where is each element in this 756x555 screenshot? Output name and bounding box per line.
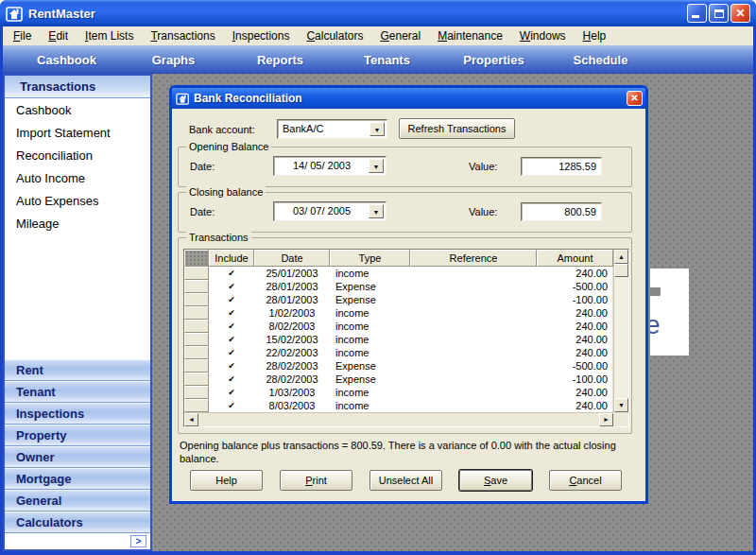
sidebar-expand-button[interactable]: > bbox=[130, 535, 146, 547]
include-checkbox[interactable]: ✔ bbox=[209, 293, 254, 306]
table-row[interactable]: ✔28/01/2003Expense-100.00 bbox=[184, 293, 613, 306]
scroll-up-icon[interactable]: ▲ bbox=[614, 250, 628, 264]
include-checkbox[interactable]: ✔ bbox=[209, 280, 254, 293]
save-button[interactable]: Save bbox=[459, 470, 532, 491]
nav-item-tenants[interactable]: Tenants bbox=[334, 53, 440, 67]
dialog-close-button[interactable]: ✕ bbox=[627, 91, 643, 106]
menu-item-maintenance[interactable]: Maintenance bbox=[429, 27, 511, 44]
menu-item-windows[interactable]: Windows bbox=[511, 27, 575, 44]
nav-item-reports[interactable]: Reports bbox=[227, 53, 334, 67]
row-indicator[interactable] bbox=[184, 386, 209, 399]
vertical-scrollbar[interactable]: ▲ ▼ bbox=[613, 250, 628, 412]
sidebar-section-transactions[interactable]: Transactions bbox=[5, 76, 150, 98]
scroll-right-icon[interactable]: ► bbox=[599, 413, 613, 426]
row-indicator[interactable] bbox=[184, 399, 209, 412]
table-row[interactable]: ✔28/02/2003Expense-500.00 bbox=[184, 359, 613, 373]
row-indicator[interactable] bbox=[184, 333, 209, 346]
scroll-down-icon[interactable]: ▼ bbox=[614, 398, 628, 412]
nav-item-cashbook[interactable]: Cashbook bbox=[13, 53, 120, 67]
column-header-date[interactable]: Date bbox=[254, 250, 330, 267]
table-row[interactable]: ✔1/02/2003income240.00 bbox=[184, 306, 613, 320]
table-row[interactable]: ✔8/03/2003income240.00 bbox=[184, 399, 613, 412]
column-header-type[interactable]: Type bbox=[330, 250, 410, 267]
sidebar-item-mileage[interactable]: Mileage bbox=[5, 212, 150, 234]
unselect-all-button[interactable]: Unselect All bbox=[369, 470, 442, 491]
row-indicator[interactable] bbox=[184, 346, 209, 359]
sidebar-section-mortgage[interactable]: Mortgage bbox=[5, 468, 150, 490]
cell-amount: 240.00 bbox=[537, 267, 613, 280]
menu-item-file[interactable]: File bbox=[5, 27, 40, 44]
column-header-amount[interactable]: Amount bbox=[537, 250, 613, 267]
sidebar-item-auto-expenses[interactable]: Auto Expenses bbox=[5, 189, 150, 212]
row-indicator[interactable] bbox=[184, 306, 209, 320]
table-row[interactable]: ✔28/01/2003Expense-500.00 bbox=[184, 280, 613, 293]
print-button[interactable]: Print bbox=[280, 470, 352, 491]
sidebar-section-general[interactable]: General bbox=[5, 490, 150, 512]
sidebar-section-property[interactable]: Property bbox=[5, 425, 150, 446]
row-indicator[interactable] bbox=[184, 293, 209, 306]
row-indicator[interactable] bbox=[184, 280, 209, 293]
cell-type: income bbox=[330, 333, 410, 346]
sidebar-item-cashbook[interactable]: Cashbook bbox=[5, 98, 150, 121]
opening-value-input[interactable]: 1285.59 bbox=[521, 157, 602, 176]
row-indicator[interactable] bbox=[184, 320, 209, 333]
sidebar-item-auto-income[interactable]: Auto Income bbox=[5, 166, 150, 189]
table-row[interactable]: ✔8/02/2003income240.00 bbox=[184, 320, 613, 333]
include-checkbox[interactable]: ✔ bbox=[209, 333, 254, 346]
menu-item-inspections[interactable]: Inspections bbox=[224, 27, 299, 44]
menu-item-item-lists[interactable]: Item Lists bbox=[77, 27, 142, 44]
include-checkbox[interactable]: ✔ bbox=[209, 267, 254, 280]
table-row[interactable]: ✔22/02/2003income240.00 bbox=[184, 346, 613, 359]
menu-item-general[interactable]: General bbox=[371, 27, 429, 44]
vertical-scroll-thumb[interactable] bbox=[614, 264, 628, 277]
transactions-grid: Include Date Type Reference Amount ✔25/0… bbox=[183, 249, 629, 427]
sidebar-section-inspections[interactable]: Inspections bbox=[5, 403, 150, 425]
table-row[interactable]: ✔28/02/2003Expense-100.00 bbox=[184, 373, 613, 386]
nav-item-schedule[interactable]: Schedule bbox=[547, 53, 654, 67]
table-row[interactable]: ✔25/01/2003income240.00 bbox=[184, 267, 613, 280]
include-checkbox[interactable]: ✔ bbox=[209, 320, 254, 333]
menu-item-edit[interactable]: Edit bbox=[40, 27, 77, 44]
sidebar-item-reconciliation[interactable]: Reconciliation bbox=[5, 144, 150, 166]
menu-item-help[interactable]: Help bbox=[575, 27, 615, 44]
closing-date-select[interactable]: 03/ 07/ 2005 ▼ bbox=[273, 201, 387, 221]
cancel-button[interactable]: Cancel bbox=[549, 470, 622, 491]
close-button[interactable]: ✕ bbox=[730, 4, 750, 23]
sidebar-section-rent[interactable]: Rent bbox=[5, 359, 150, 381]
horizontal-scrollbar[interactable]: ◄ ► bbox=[184, 412, 613, 426]
refresh-transactions-button[interactable]: Refresh Transactions bbox=[399, 118, 515, 139]
dropdown-arrow-icon[interactable]: ▼ bbox=[369, 122, 385, 136]
include-checkbox[interactable]: ✔ bbox=[209, 386, 254, 399]
menu-item-calculators[interactable]: Calculators bbox=[298, 27, 371, 44]
include-checkbox[interactable]: ✔ bbox=[209, 373, 254, 386]
sidebar-item-import-statement[interactable]: Import Statement bbox=[5, 121, 150, 144]
include-checkbox[interactable]: ✔ bbox=[209, 399, 254, 412]
sidebar-section-owner[interactable]: Owner bbox=[5, 446, 150, 468]
include-checkbox[interactable]: ✔ bbox=[209, 359, 254, 373]
help-button[interactable]: Help bbox=[190, 470, 263, 491]
dropdown-arrow-icon[interactable]: ▼ bbox=[369, 204, 384, 218]
include-checkbox[interactable]: ✔ bbox=[209, 346, 254, 359]
dropdown-arrow-icon[interactable]: ▼ bbox=[369, 159, 384, 173]
closing-value-input[interactable]: 800.59 bbox=[521, 202, 602, 221]
column-header-reference[interactable]: Reference bbox=[410, 250, 537, 267]
nav-item-properties[interactable]: Properties bbox=[440, 53, 547, 67]
column-header-include[interactable]: Include bbox=[209, 250, 254, 267]
table-row[interactable]: ✔15/02/2003income240.00 bbox=[184, 333, 613, 346]
row-indicator[interactable] bbox=[184, 267, 209, 280]
menu-item-transactions[interactable]: Transactions bbox=[142, 27, 223, 44]
cell-type: Expense bbox=[330, 359, 410, 373]
row-indicator[interactable] bbox=[184, 373, 209, 386]
include-checkbox[interactable]: ✔ bbox=[209, 306, 254, 320]
maximize-button[interactable] bbox=[709, 4, 729, 23]
opening-date-select[interactable]: 14/ 05/ 2003 ▼ bbox=[273, 156, 387, 176]
table-row[interactable]: ✔1/03/2003income240.00 bbox=[184, 386, 613, 399]
row-indicator[interactable] bbox=[184, 359, 209, 373]
minimize-button[interactable] bbox=[687, 4, 707, 23]
sidebar-section-calculators[interactable]: Calculators bbox=[5, 512, 150, 533]
bank-account-select[interactable]: BankA/C ▼ bbox=[277, 119, 387, 139]
scroll-left-icon[interactable]: ◄ bbox=[184, 413, 198, 426]
transactions-legend: Transactions bbox=[186, 232, 251, 243]
nav-item-graphs[interactable]: Graphs bbox=[120, 53, 227, 67]
sidebar-section-tenant[interactable]: Tenant bbox=[5, 381, 150, 403]
